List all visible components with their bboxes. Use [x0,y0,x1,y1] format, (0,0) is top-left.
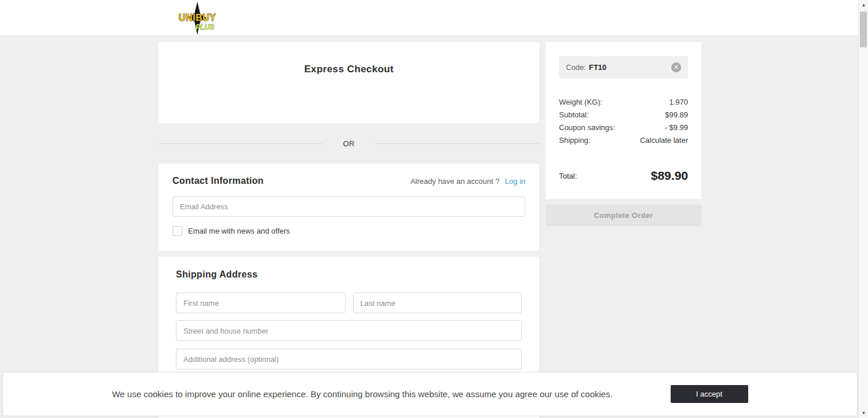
logo-text-plus: PLUS [196,23,214,31]
weight-value: 1.970 [669,96,688,109]
summary-row-weight: Weight (KG): 1.970 [559,96,688,109]
subtotal-label: Subtotal: [559,109,589,121]
account-prompt-text: Already have an account ? [410,177,499,186]
shipping-cost-value: Calculate later [640,134,688,147]
express-checkout-card: Express Checkout [159,42,539,123]
summary-rows: Weight (KG): 1.970 Subtotal: $99.89 Coup… [559,96,688,147]
checkout-main-column: Express Checkout OR Contact Information … [159,42,539,418]
street-input-row [176,320,522,341]
summary-row-coupon-savings: Coupon savings: - $9.99 [559,121,688,134]
additional-address-row [176,349,522,369]
newsletter-row: Email me with news and offers [172,226,525,236]
last-name-field[interactable] [353,293,523,313]
coupon-code-value: FT10 [589,63,606,72]
logo-star-icon: UNIBUY PLUS [174,2,222,35]
shipping-address-title: Shipping Address [176,269,522,280]
additional-address-field[interactable] [176,349,522,369]
site-header: UNIBUY PLUS [0,0,868,36]
applied-coupon-box: Code: FT10 ✕ [559,56,688,79]
page: UNIBUY PLUS Express Checkout OR Contact … [0,0,868,418]
express-checkout-title: Express Checkout [159,64,539,75]
coupon-savings-value: - $9.99 [665,121,688,134]
newsletter-label: Email me with news and offers [188,227,290,235]
account-prompt-row: Already have an account ? Log in [410,176,525,186]
order-summary-card: Code: FT10 ✕ Weight (KG): 1.970 Subtotal… [546,42,701,199]
cookie-message: We use cookies to improve your online ex… [112,389,612,399]
or-divider-label: OR [343,139,355,148]
accept-cookies-button[interactable]: I accept [671,385,748,403]
order-summary-column: Code: FT10 ✕ Weight (KG): 1.970 Subtotal… [546,42,701,226]
login-link[interactable]: Log in [505,177,525,186]
divider-line-left [159,143,323,144]
contact-information-card: Contact Information Already have an acco… [159,164,539,251]
summary-row-subtotal: Subtotal: $99.89 [559,109,688,121]
street-field[interactable] [176,320,522,341]
shipping-cost-label: Shipping: [559,134,590,147]
or-divider: OR [159,139,539,148]
coupon-savings-label: Coupon savings: [559,121,615,134]
name-input-row [176,293,522,313]
email-field[interactable] [172,197,525,217]
contact-information-title: Contact Information [172,176,264,186]
scroll-down-arrow-icon[interactable]: ▼ [859,408,868,418]
remove-coupon-icon[interactable]: ✕ [671,62,681,72]
first-name-field[interactable] [176,293,345,313]
divider-line-right [375,143,539,144]
unibuy-logo[interactable]: UNIBUY PLUS [174,2,222,35]
scrollbar-thumb[interactable] [860,12,867,47]
complete-order-button[interactable]: Complete Order [546,205,701,226]
cookie-banner: We use cookies to improve your online ex… [2,372,858,416]
scroll-up-arrow-icon[interactable]: ▲ [859,0,868,10]
newsletter-checkbox[interactable] [172,226,182,236]
coupon-code-prefix: Code: [566,63,586,72]
logo-text-unibuy: UNIBUY [179,13,216,23]
contact-card-header: Contact Information Already have an acco… [172,176,525,186]
summary-row-shipping: Shipping: Calculate later [559,134,688,147]
total-value: $89.90 [651,169,688,183]
weight-label: Weight (KG): [559,96,602,109]
scrollbar[interactable]: ▲ ▼ [858,0,868,418]
total-row: Total: $89.90 [559,169,688,183]
subtotal-value: $99.89 [665,109,688,121]
total-label: Total: [559,172,577,180]
